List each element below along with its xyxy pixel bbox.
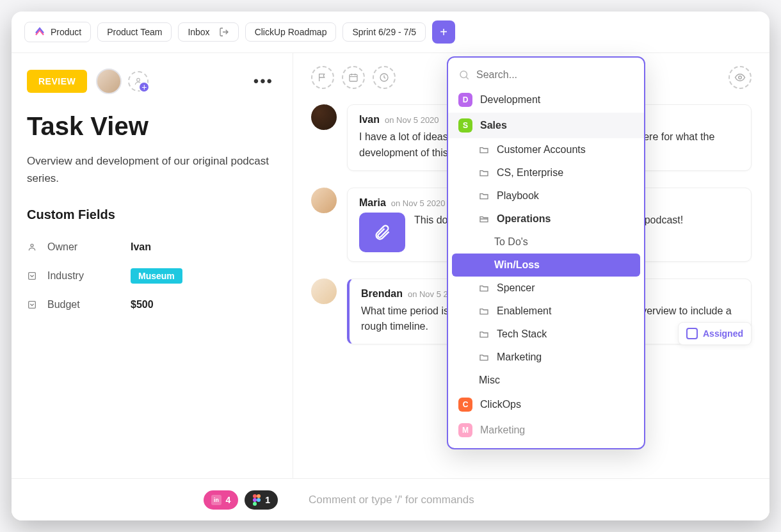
svg-rect-4 [350, 74, 357, 81]
breadcrumb-sprint[interactable]: Sprint 6/29 - 7/5 [342, 22, 426, 42]
comment-avatar[interactable] [311, 104, 337, 130]
field-value-tag: Museum [131, 268, 182, 284]
exit-icon[interactable] [219, 27, 229, 37]
flag-icon [318, 72, 328, 83]
svg-point-1 [31, 245, 33, 247]
custom-fields-heading: Custom Fields [27, 207, 273, 222]
folder-operations[interactable]: Operations [448, 207, 644, 230]
folder-enablement[interactable]: Enablement [448, 300, 644, 323]
svg-rect-3 [29, 302, 36, 309]
comment-input[interactable]: Comment or type '/' for commands [293, 494, 769, 506]
comment-author: Brendan [361, 288, 403, 300]
comment-avatar[interactable] [311, 188, 337, 213]
invision-count: 4 [225, 495, 230, 505]
task-title[interactable]: Task View [27, 112, 273, 141]
assignee-avatar[interactable] [96, 69, 122, 94]
space-badge-icon: M [458, 423, 472, 437]
folder-icon [479, 283, 489, 293]
svg-point-12 [257, 498, 261, 502]
space-badge-icon: S [458, 118, 472, 133]
comment-date: on Nov 5 2020 [385, 115, 439, 125]
folder-marketing[interactable]: Marketing [448, 346, 644, 369]
field-owner[interactable]: Owner Ivan [27, 234, 273, 261]
main-content: REVIEW + ••• Task View Overview and deve… [12, 53, 769, 479]
breadcrumb-roadmap[interactable]: ClickUp Roadmap [245, 22, 337, 42]
assigned-filter-chip[interactable]: Assigned [678, 322, 752, 345]
folder-icon [479, 306, 489, 316]
invision-icon: in [211, 495, 221, 505]
dropdown-search[interactable] [448, 63, 644, 87]
person-field-icon [27, 242, 37, 252]
footer-attachments: in 4 1 [12, 490, 293, 510]
breadcrumb-label: Product [51, 27, 81, 37]
folder-misc[interactable]: Misc [448, 369, 644, 392]
clickup-logo-icon [34, 26, 45, 38]
eye-icon [734, 72, 746, 83]
task-panel: REVIEW + ••• Task View Overview and deve… [12, 53, 293, 479]
breadcrumb-inbox[interactable]: Inbox [178, 22, 238, 42]
svg-point-9 [253, 494, 257, 498]
space-sales[interactable]: SSales [448, 113, 644, 138]
folder-cs-enterprise[interactable]: CS, Enterprise [448, 161, 644, 184]
svg-point-0 [137, 78, 140, 81]
field-label: Owner [47, 241, 131, 253]
folder-icon [479, 352, 489, 362]
folder-icon [479, 168, 489, 178]
svg-point-10 [257, 494, 261, 498]
avatar [96, 69, 122, 94]
task-description[interactable]: Overview and development of our original… [27, 152, 273, 187]
time-button[interactable] [373, 66, 396, 89]
dropdown-field-icon [27, 271, 37, 281]
folder-spencer[interactable]: Spencer [448, 277, 644, 300]
figma-icon [252, 494, 261, 506]
add-assignee-button[interactable]: + [131, 71, 149, 92]
svg-point-14 [460, 71, 467, 78]
dropdown-field-icon [27, 300, 37, 310]
breadcrumb-team[interactable]: Product Team [97, 22, 172, 42]
figma-pill[interactable]: 1 [245, 490, 278, 510]
invision-pill[interactable]: in 4 [204, 490, 238, 510]
status-badge[interactable]: REVIEW [27, 70, 87, 93]
app-window: Product Product Team Inbox ClickUp Roadm… [12, 12, 769, 520]
folder-customer-accounts[interactable]: Customer Accounts [448, 138, 644, 161]
add-breadcrumb-button[interactable]: + [432, 20, 455, 44]
svg-point-13 [253, 502, 257, 506]
folder-open-icon [479, 214, 489, 224]
watch-button[interactable] [729, 66, 752, 89]
space-clickops[interactable]: CClickOps [448, 392, 644, 417]
flag-button[interactable] [311, 66, 334, 89]
breadcrumb-bar: Product Product Team Inbox ClickUp Roadm… [12, 12, 769, 53]
comment-avatar[interactable] [311, 278, 337, 304]
folder-playbook[interactable]: Playbook [448, 184, 644, 207]
breadcrumb-product[interactable]: Product [24, 22, 91, 42]
search-input[interactable] [476, 69, 634, 81]
attachment-thumbnail[interactable] [359, 213, 405, 252]
list-winloss-selected[interactable]: Win/Loss [452, 254, 640, 277]
svg-point-6 [739, 76, 742, 79]
checkbox-icon [686, 328, 698, 339]
svg-text:in: in [214, 497, 219, 503]
folder-icon [479, 191, 489, 201]
task-header: REVIEW + ••• [27, 69, 273, 94]
list-todos[interactable]: To Do's [448, 230, 644, 254]
more-options-button[interactable]: ••• [254, 72, 273, 90]
space-development[interactable]: DDevelopment [448, 87, 644, 113]
date-button[interactable] [342, 66, 365, 89]
space-picker-dropdown: DDevelopment SSales Customer Accounts CS… [447, 56, 645, 449]
space-badge-icon: D [458, 93, 472, 107]
space-marketing[interactable]: MMarketing [448, 417, 644, 443]
svg-point-11 [253, 498, 257, 502]
clock-icon [379, 72, 389, 83]
field-budget[interactable]: Budget $500 [27, 291, 273, 318]
comment-author: Ivan [359, 114, 380, 125]
field-industry[interactable]: Industry Museum [27, 261, 273, 291]
folder-tech-stack[interactable]: Tech Stack [448, 323, 644, 346]
folder-icon [479, 329, 489, 339]
folder-icon [479, 145, 489, 155]
svg-rect-2 [29, 273, 36, 280]
plus-badge-icon: + [138, 81, 150, 93]
field-value: $500 [131, 299, 154, 310]
calendar-icon [348, 72, 358, 83]
footer-bar: in 4 1 Comment or type '/' for commands [12, 478, 769, 520]
comment-date: on Nov 5 2020 [391, 198, 446, 208]
